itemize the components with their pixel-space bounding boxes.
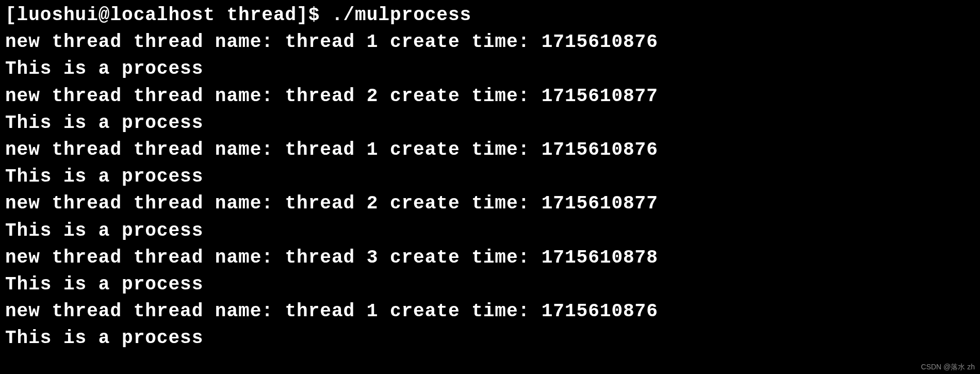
terminal-output-line: new thread thread name: thread 1 create …: [5, 137, 975, 164]
terminal-output-line: new thread thread name: thread 3 create …: [5, 245, 975, 271]
terminal-prompt-line[interactable]: [luoshui@localhost thread]$ ./mulprocess: [5, 2, 975, 29]
terminal-output-line: This is a process: [5, 56, 975, 83]
terminal-output-line: new thread thread name: thread 2 create …: [5, 83, 975, 110]
terminal-output-line: new thread thread name: thread 2 create …: [5, 190, 975, 217]
terminal-output-line: This is a process: [5, 218, 975, 245]
terminal-output-line: This is a process: [5, 110, 975, 137]
terminal-output-line: This is a process: [5, 164, 975, 190]
terminal-output-line: This is a process: [5, 325, 975, 352]
watermark-text: CSDN @落水 zh: [921, 362, 975, 372]
terminal-output-line: new thread thread name: thread 1 create …: [5, 298, 975, 325]
shell-prompt: [luoshui@localhost thread]$: [5, 5, 332, 26]
terminal-output-line: This is a process: [5, 271, 975, 298]
shell-command: ./mulprocess: [332, 5, 471, 26]
terminal-output-line: new thread thread name: thread 1 create …: [5, 29, 975, 56]
